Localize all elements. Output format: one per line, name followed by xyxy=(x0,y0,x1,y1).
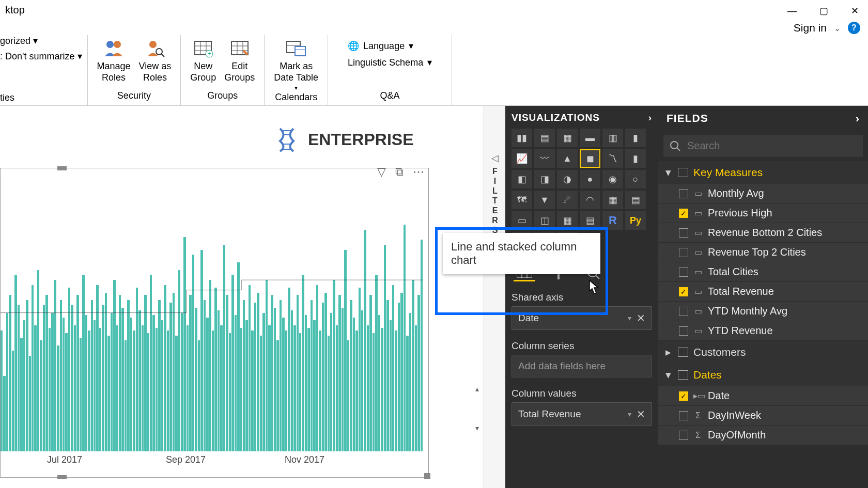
viz-type-button[interactable]: ▤ xyxy=(625,191,646,209)
viz-type-button[interactable]: 📈 xyxy=(512,149,532,168)
overlay-line xyxy=(1,199,423,451)
viz-type-button[interactable]: Py xyxy=(625,211,646,230)
viz-type-button[interactable]: R xyxy=(602,211,623,230)
viz-type-button[interactable]: ▮ xyxy=(625,149,646,168)
field-row[interactable]: ▭Total Cities xyxy=(658,262,868,282)
field-checkbox[interactable]: ✓ xyxy=(679,391,688,401)
viz-type-button[interactable]: 〰 xyxy=(534,149,555,168)
field-checkbox[interactable] xyxy=(679,411,688,420)
field-row[interactable]: ▭Revenue Bottom 2 Cities xyxy=(658,223,868,243)
field-row[interactable]: ✓▭Total Revenue xyxy=(658,282,868,302)
new-group-button[interactable]: + New Group xyxy=(190,37,216,83)
filter-icon[interactable]: ▽ xyxy=(377,165,386,179)
viz-type-button[interactable]: ○ xyxy=(625,170,646,188)
filters-pane-collapsed[interactable]: ◁ FILTERS xyxy=(484,106,505,488)
viz-type-button[interactable]: ▼ xyxy=(534,191,555,209)
field-checkbox[interactable] xyxy=(679,326,688,336)
well-column-values[interactable]: Total Revenue ▾ ✕ xyxy=(512,402,652,426)
chevron-down-icon[interactable]: ▾ xyxy=(628,314,631,322)
categorized-dropdown[interactable]: gorized ▾ xyxy=(0,35,82,46)
field-checkbox[interactable]: ✓ xyxy=(679,287,688,296)
calendar-table-icon xyxy=(285,37,307,60)
field-row[interactable]: ▭Monthly Avg xyxy=(658,184,868,203)
focus-mode-icon[interactable]: ⧉ xyxy=(395,165,404,179)
field-table-header[interactable]: ▾Key Measures xyxy=(658,161,868,184)
logo-text: ENTERPRISE xyxy=(308,130,413,149)
view-as-roles-button[interactable]: View as Roles xyxy=(139,37,172,83)
field-row[interactable]: ✓▭Previous High xyxy=(658,203,868,223)
viz-type-button[interactable]: ◠ xyxy=(580,191,600,209)
field-checkbox[interactable] xyxy=(679,189,688,198)
fields-search[interactable] xyxy=(663,135,863,157)
field-checkbox[interactable] xyxy=(679,307,688,316)
field-row[interactable]: ▭YTD Monthly Avg xyxy=(658,302,868,321)
viz-type-button[interactable]: ▤ xyxy=(580,211,600,230)
viz-type-button[interactable]: ▮ xyxy=(625,129,646,147)
collapse-pane-icon[interactable]: › xyxy=(856,112,860,124)
viz-type-button[interactable]: ● xyxy=(580,170,600,188)
collapse-pane-icon[interactable]: › xyxy=(648,112,652,123)
chevron-down-icon[interactable]: ▾ xyxy=(628,410,631,418)
manage-roles-button[interactable]: Manage Roles xyxy=(97,37,131,83)
viz-type-button[interactable]: ▤ xyxy=(534,129,555,147)
viz-type-button[interactable]: ▭ xyxy=(512,211,532,230)
well-label-column-values: Column values xyxy=(512,388,652,399)
viz-type-button[interactable]: ◉ xyxy=(602,170,623,188)
field-row[interactable]: ΣDayOfMonth xyxy=(658,426,868,445)
maximize-button[interactable]: ▢ xyxy=(815,3,832,19)
edit-groups-button[interactable]: Edit Groups xyxy=(224,37,255,83)
expand-filters-icon[interactable]: ◁ xyxy=(491,152,499,164)
language-dropdown[interactable]: 🌐 Language ▾ xyxy=(348,40,432,52)
well-shared-axis[interactable]: Date ▾ ✕ xyxy=(512,306,652,330)
help-icon[interactable]: ? xyxy=(848,22,860,34)
resize-handle-top[interactable] xyxy=(57,166,67,170)
chart-visual[interactable]: ▽ ⧉ ⋯ Jul 2017 Sep 2017 Nov 2017 xyxy=(0,168,429,478)
well-label-column-series: Column series xyxy=(512,340,652,352)
linguistic-schema-dropdown[interactable]: Linguistic Schema ▾ xyxy=(348,57,432,68)
viz-type-button[interactable]: ▬ xyxy=(580,129,600,147)
viz-type-button[interactable]: ▦ xyxy=(602,191,623,209)
field-table-header[interactable]: ▸Customers xyxy=(658,341,868,364)
report-canvas[interactable]: ENTERPRISE ▽ ⧉ ⋯ Jul 2017 Sep 2017 Nov 2… xyxy=(0,106,484,488)
viz-type-button[interactable]: ◫ xyxy=(534,211,555,230)
field-row[interactable]: ▭Revenue Top 2 Cities xyxy=(658,243,868,262)
field-checkbox[interactable]: ✓ xyxy=(679,209,688,218)
viz-type-button[interactable]: ◑ xyxy=(557,170,578,188)
remove-field-icon[interactable]: ✕ xyxy=(637,408,645,420)
summarize-dropdown[interactable]: : Don't summarize ▾ xyxy=(0,51,82,62)
viz-type-button[interactable]: ▦ xyxy=(557,211,578,230)
field-checkbox[interactable] xyxy=(679,267,688,277)
field-row[interactable]: ✓▸▭Date xyxy=(658,386,868,406)
minimize-button[interactable]: ― xyxy=(783,4,801,19)
field-checkbox[interactable] xyxy=(679,228,688,238)
scroll-up-icon[interactable]: ▴ xyxy=(471,385,483,393)
field-type-icon: ▭ xyxy=(693,228,703,238)
remove-field-icon[interactable]: ✕ xyxy=(637,312,645,324)
search-input[interactable] xyxy=(687,140,857,152)
viz-type-button[interactable]: ▲ xyxy=(557,149,578,168)
field-row[interactable]: ΣDayInWeek xyxy=(658,406,868,426)
close-button[interactable]: ✕ xyxy=(847,3,863,19)
mark-date-table-button[interactable]: Mark as Date Table ▾ xyxy=(274,37,318,92)
viz-type-button[interactable]: 🗺 xyxy=(512,191,532,209)
canvas-scrollbar[interactable]: ▴ ▾ xyxy=(471,385,483,431)
field-checkbox[interactable] xyxy=(679,248,688,257)
scroll-down-icon[interactable]: ▾ xyxy=(471,424,483,432)
signin-link[interactable]: Sign in xyxy=(794,22,827,34)
field-row[interactable]: ▭YTD Revenue xyxy=(658,321,868,341)
resize-handle-bottom[interactable] xyxy=(57,475,67,479)
viz-type-button[interactable]: ▥ xyxy=(602,129,623,147)
viz-type-button[interactable]: 〽 xyxy=(602,149,623,168)
viz-type-button[interactable]: ▦ xyxy=(557,129,578,147)
viz-type-button[interactable]: ◧ xyxy=(512,170,532,188)
well-column-series[interactable]: Add data fields here xyxy=(512,355,652,377)
viz-type-button[interactable]: ◨ xyxy=(534,170,555,188)
field-table-header[interactable]: ▾Dates xyxy=(658,364,868,386)
more-options-icon[interactable]: ⋯ xyxy=(413,165,424,179)
viz-type-button[interactable]: ☄ xyxy=(557,191,578,209)
viz-type-button[interactable]: ▮▮ xyxy=(512,129,532,147)
chevron-down-icon[interactable]: ⌄ xyxy=(834,23,841,33)
field-checkbox[interactable] xyxy=(679,431,688,440)
viz-type-button[interactable]: ◼ xyxy=(580,149,600,168)
resize-handle-br[interactable] xyxy=(424,473,430,479)
